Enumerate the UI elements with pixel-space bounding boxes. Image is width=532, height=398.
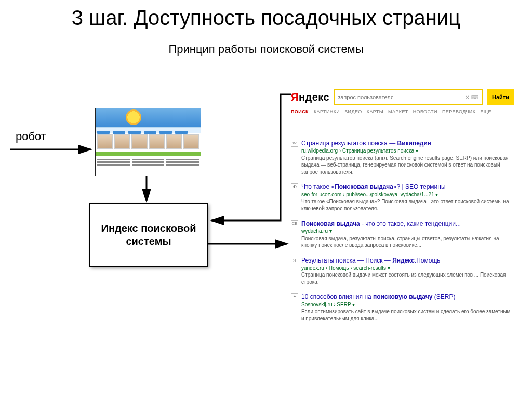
yandex-search-bar: Яндекс запрос пользователя ✕⌨ Найти: [291, 89, 514, 105]
keyboard-icon[interactable]: ⌨: [471, 94, 478, 100]
favicon-icon: ✦: [291, 293, 298, 300]
tab-translate[interactable]: ПЕРЕВОДЧИК: [442, 109, 475, 114]
search-result: ✦10 способов влияния на поисковую выдачу…: [291, 293, 514, 322]
result-snippet: Если оптимизировать сайт в выдаче поиско…: [301, 308, 514, 322]
result-snippet: Что такое «Поисковая выдача»? Поисковая …: [301, 198, 514, 212]
tab-video[interactable]: ВИДЕО: [344, 109, 362, 114]
avatar: [183, 134, 199, 149]
avatar: [131, 134, 147, 149]
find-button[interactable]: Найти: [487, 89, 514, 105]
searchbox-icons: ✕⌨: [465, 94, 478, 100]
tab-maps[interactable]: КАРТЫ: [367, 109, 383, 114]
yandex-logo: Яндекс: [291, 91, 329, 103]
avatar: [97, 134, 113, 149]
robot-label: робот: [16, 130, 46, 143]
favicon-icon: W: [291, 140, 298, 147]
avatar: [114, 134, 130, 149]
arrow-robot-to-site: [10, 144, 99, 155]
result-url[interactable]: seo-for-ucoz.com › publ/seo.../poiskovay…: [301, 191, 514, 198]
arrow-index-to-serp: [207, 239, 295, 249]
search-input[interactable]: запрос пользователя ✕⌨: [334, 89, 483, 105]
result-snippet: Страница результатов поиска (англ. Searc…: [301, 155, 514, 176]
site-lower: [96, 157, 201, 168]
result-url[interactable]: wydacha.ru ▾: [301, 228, 514, 235]
result-title[interactable]: Результаты поиска — Поиск — Яндекс.Помощ…: [301, 256, 514, 265]
tab-more[interactable]: ЕЩЁ: [480, 109, 491, 114]
result-url[interactable]: ru.wikipedia.org › Страница результатов …: [301, 147, 514, 155]
result-url[interactable]: Sosnovskij.ru › SERP ▾: [301, 301, 514, 308]
tab-search[interactable]: ПОИСК: [291, 109, 309, 114]
result-title[interactable]: 10 способов влияния на поисковую выдачу …: [301, 293, 514, 301]
website-thumbnail: [95, 108, 201, 176]
avatar: [149, 134, 165, 149]
search-result: ◐Что такое «Поисковая выдача»? | SEO тер…: [291, 183, 514, 212]
site-nav: [96, 127, 201, 133]
favicon-icon: СВ: [291, 220, 298, 227]
result-title[interactable]: Что такое «Поисковая выдача»? | SEO терм…: [301, 183, 514, 191]
result-title[interactable]: Поисковая выдача - что это такое, какие …: [301, 219, 514, 228]
serp-panel: Яндекс запрос пользователя ✕⌨ Найти ПОИС…: [291, 89, 514, 312]
favicon-icon: Я: [291, 257, 298, 264]
arrow-serp-to-index: [205, 88, 299, 228]
result-title[interactable]: Страница результатов поиска — Википедия: [301, 139, 514, 147]
sun-icon: [126, 109, 141, 125]
avatar: [166, 134, 182, 149]
search-result: ЯРезультаты поиска — Поиск — Яндекс.Помо…: [291, 256, 514, 286]
slide-title: 3 шаг. Доступность посадочных страниц: [0, 6, 532, 30]
index-box: Индекс поисковой системы: [89, 203, 208, 267]
close-icon[interactable]: ✕: [465, 94, 469, 100]
slide-subtitle: Принцип работы поисковой системы: [0, 43, 532, 56]
search-result: WСтраница результатов поиска — Википедия…: [291, 139, 514, 175]
tab-images[interactable]: КАРТИНКИ: [314, 109, 340, 114]
tab-market[interactable]: МАРКЕТ: [388, 109, 408, 114]
result-snippet: Страница поисковой выдачи может состоять…: [301, 271, 514, 285]
favicon-icon: ◐: [291, 183, 298, 190]
serp-tabs: ПОИСККАРТИНКИВИДЕОКАРТЫМАРКЕТНОВОСТИПЕРЕ…: [291, 109, 514, 114]
site-header: [96, 108, 201, 127]
tab-news[interactable]: НОВОСТИ: [413, 109, 437, 114]
avatar-row: [96, 133, 201, 150]
search-result: СВПоисковая выдача - что это такое, каки…: [291, 219, 514, 249]
arrow-site-to-index: [141, 176, 152, 208]
green-bar: [96, 152, 201, 156]
result-snippet: Поисковая выдача, результаты поиска, стр…: [301, 235, 514, 249]
search-query-text: запрос пользователя: [338, 94, 394, 100]
result-url[interactable]: yandex.ru › Помощь › search-results ▾: [301, 265, 514, 272]
